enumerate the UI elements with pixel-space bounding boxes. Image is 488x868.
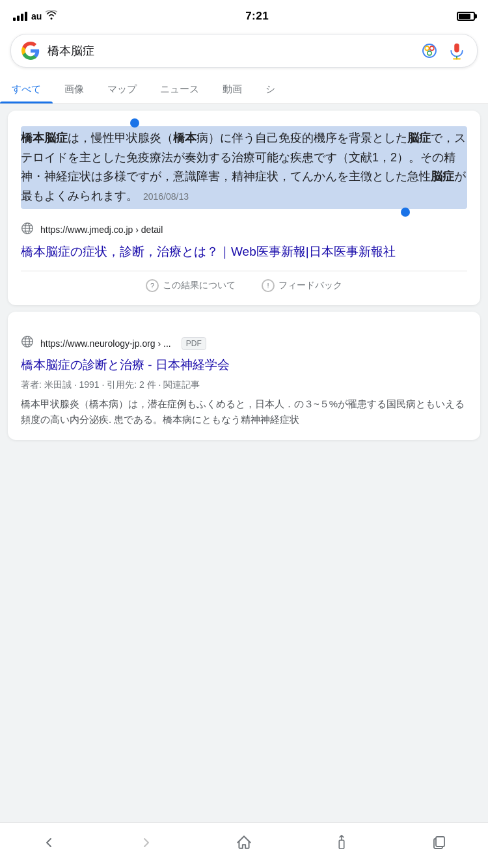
about-icon: ? [146,279,159,292]
tabs-button[interactable] [423,830,455,856]
selection-handle-top [130,118,139,128]
tab-news[interactable]: ニュース [148,75,211,103]
about-label: この結果について [163,280,236,292]
snippet-date: 2016/08/13 [143,191,189,202]
pdf-badge: PDF [182,337,206,350]
svg-point-2 [425,46,429,50]
carrier-label: au [31,11,42,21]
second-result-title[interactable]: 橋本脳症の診断と治療 - 日本神経学会 [21,357,467,374]
selection-handle-bottom [401,208,410,217]
status-right [457,12,475,21]
second-source-globe-icon [21,335,34,351]
tab-all[interactable]: すべて [0,75,53,103]
source-row: https://www.jmedj.co.jp › detail [21,222,467,238]
snippet-text-2: は，慢性甲状腺炎（ [68,131,173,144]
source-globe-icon [21,222,34,238]
svg-rect-20 [436,837,444,847]
feedback-icon: ! [262,279,275,292]
status-time: 7:21 [245,10,269,23]
snippet-encephalopathy-2: 脳症 [431,170,454,183]
result-title[interactable]: 橋本脳症の症状，診断，治療とは？｜Web医事新報|日本医事新報社 [21,243,467,261]
search-icons [420,41,467,61]
about-result[interactable]: ? この結果について [146,279,236,292]
feedback-row: ? この結果について ! フィードバック [21,271,467,292]
forward-button[interactable] [130,830,163,856]
signal-icon [13,12,27,21]
lens-icon[interactable] [420,41,439,61]
feedback-item[interactable]: ! フィードバック [262,279,342,292]
tab-more[interactable]: シ [254,75,287,103]
search-tabs: すべて 画像 マップ ニュース 動画 シ [0,75,488,104]
mic-icon[interactable] [447,41,467,61]
second-source-url: https://www.neurology-jp.org › ... [40,338,171,349]
bottom-nav [0,822,488,868]
tab-images[interactable]: 画像 [53,75,96,103]
snippet-hashimoto: 橋本 [173,131,197,144]
svg-rect-5 [454,44,459,53]
status-bar: au 7:21 [0,0,488,29]
snippet-term-1: 橋本脳症 [21,131,68,144]
tab-maps[interactable]: マップ [96,75,148,103]
result-snippet: 橋本甲状腺炎（橋本病）は，潜在症例もふくめると，日本人．の３~５%が罹患する国民… [21,396,467,427]
svg-point-4 [428,49,431,52]
svg-point-1 [430,46,434,50]
featured-snippet-card: 橋本脳症は，慢性甲状腺炎（橋本病）に伴う自己免疫的機序を背景とした脳症で，ステロ… [8,111,480,305]
tab-videos[interactable]: 動画 [211,75,254,103]
snippet-text-3: 病）に伴う自己免疫的機序を背景とした [197,131,407,144]
feedback-label: フィードバック [278,280,342,292]
status-left: au [13,10,57,21]
snippet-encephalopathy-1: 脳症 [407,131,431,144]
second-source-row: https://www.neurology-jp.org › ... PDF [21,335,467,351]
home-button[interactable] [228,830,260,856]
second-result-card: https://www.neurology-jp.org › ... PDF 橋… [8,312,480,440]
battery-icon [457,12,475,21]
back-button[interactable] [33,830,65,856]
wifi-icon [46,10,57,21]
results-container: 橋本脳症は，慢性甲状腺炎（橋本病）に伴う自己免疫的機序を背景とした脳症で，ステロ… [0,104,488,446]
share-button[interactable] [325,830,358,856]
google-logo [21,42,40,60]
search-bar-container: 橋本脳症 [0,29,488,75]
svg-rect-18 [339,840,344,848]
search-query[interactable]: 橋本脳症 [47,43,412,59]
search-bar[interactable]: 橋本脳症 [10,34,478,68]
snippet-text: 橋本脳症は，慢性甲状腺炎（橋本病）に伴う自己免疫的機序を背景とした脳症で，ステロ… [21,126,467,209]
source-url: https://www.jmedj.co.jp › detail [40,224,163,235]
result-author: 著者: 米田誠 · 1991 · 引用先: 2 件 · 関連記事 [21,379,467,391]
